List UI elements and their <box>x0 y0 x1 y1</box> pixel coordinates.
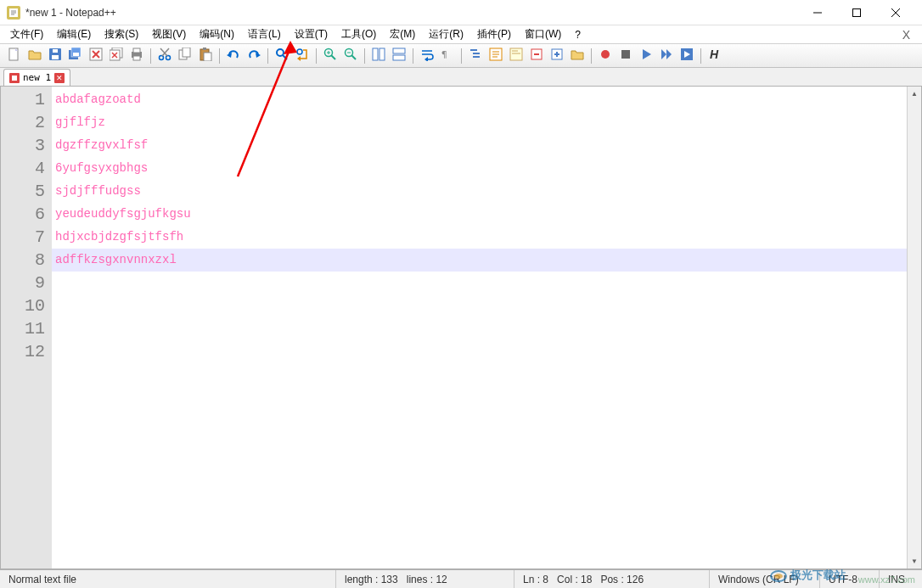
svg-marker-73 <box>643 49 651 59</box>
menu-view[interactable]: 视图(V) <box>145 25 193 43</box>
copy-button[interactable] <box>176 47 194 65</box>
cut-button[interactable] <box>155 47 174 65</box>
toolbar-separator <box>413 48 413 64</box>
sync-h-button[interactable] <box>390 47 408 65</box>
code-line[interactable]: hdjxcbjdzgfsjtfsfh <box>55 226 907 249</box>
svg-text:¶: ¶ <box>441 49 447 60</box>
maximize-button[interactable] <box>837 0 876 25</box>
close-button[interactable] <box>876 0 915 25</box>
svg-rect-50 <box>379 48 385 60</box>
toolbar-separator <box>316 48 317 64</box>
menu-encoding[interactable]: 编码(N) <box>193 25 241 43</box>
undo-button[interactable] <box>224 47 243 65</box>
line-number: 3 <box>1 134 45 157</box>
status-eol: Windows (CR LF) <box>710 570 820 588</box>
tabbar: new 1 ✕ <box>0 68 922 87</box>
cut-icon <box>158 48 171 64</box>
menu-run[interactable]: 运行(R) <box>422 25 470 43</box>
monitor-h-button[interactable]: H <box>706 47 724 65</box>
vertical-scrollbar[interactable]: ▲ ▼ <box>907 87 921 568</box>
status-filetype: Normal text file <box>0 570 336 588</box>
redo-button[interactable] <box>245 47 263 65</box>
svg-line-47 <box>351 55 356 59</box>
show-all-button[interactable]: ¶ <box>438 47 457 65</box>
toolbar-separator <box>591 48 592 64</box>
print-button[interactable] <box>127 47 146 65</box>
code-line[interactable]: yeudeuddyfsgjufkgsu <box>55 203 907 226</box>
menubar-close-icon[interactable]: X <box>894 28 919 42</box>
status-length: length : 133 <box>345 574 398 585</box>
svg-point-38 <box>277 49 284 56</box>
macro-stop-button[interactable] <box>616 47 635 65</box>
menu-tools[interactable]: 工具(O) <box>335 25 383 43</box>
macro-run-multi-button[interactable] <box>657 47 676 65</box>
save-all-button[interactable] <box>66 47 85 65</box>
menu-macro[interactable]: 宏(M) <box>383 25 422 43</box>
svg-rect-51 <box>393 48 405 53</box>
minimize-button[interactable] <box>798 0 837 25</box>
close-button[interactable] <box>87 47 105 65</box>
macro-record-icon <box>599 48 612 64</box>
zoom-in-button[interactable] <box>321 47 340 65</box>
paste-button[interactable] <box>196 47 215 65</box>
toolbar-separator <box>461 48 462 64</box>
status-lines: lines : 12 <box>407 574 447 585</box>
menu-edit[interactable]: 编辑(E) <box>50 25 98 43</box>
indent-guide-button[interactable] <box>466 47 485 65</box>
close-all-button[interactable] <box>107 47 126 65</box>
svg-line-43 <box>331 55 335 59</box>
svg-rect-63 <box>510 48 522 60</box>
macro-record-button[interactable] <box>596 47 615 65</box>
svg-rect-6 <box>853 8 861 16</box>
sync-v-button[interactable] <box>369 47 388 65</box>
scroll-down-icon[interactable]: ▼ <box>908 554 921 568</box>
sync-h-icon <box>392 48 406 64</box>
doc-map-button[interactable] <box>507 47 526 65</box>
code-line[interactable]: 6yufgsyxgbhgs <box>55 157 907 180</box>
code-line[interactable]: abdafagzoatd <box>55 88 907 111</box>
code-area[interactable]: abdafagzoatdgjflfjzdgzffzgvxlfsf6yufgsyx… <box>52 87 907 568</box>
menu-language[interactable]: 语言(L) <box>241 25 288 43</box>
replace-button[interactable] <box>293 47 312 65</box>
zoom-out-button[interactable] <box>341 47 360 65</box>
macro-play-button[interactable] <box>637 47 655 65</box>
svg-rect-25 <box>133 48 140 53</box>
code-line[interactable] <box>55 317 907 340</box>
monitor-h-icon: H <box>708 48 722 64</box>
close-icon <box>89 48 103 64</box>
line-number: 4 <box>1 157 45 180</box>
unfold-all-button[interactable] <box>548 47 566 65</box>
menu-plugins[interactable]: 插件(P) <box>470 25 518 43</box>
code-line[interactable] <box>55 340 907 363</box>
macro-save-button[interactable] <box>677 47 696 65</box>
scroll-up-icon[interactable]: ▲ <box>908 87 921 101</box>
folder-button[interactable] <box>568 47 587 65</box>
svg-rect-34 <box>203 48 206 50</box>
menu-help[interactable]: ? <box>568 27 587 42</box>
code-line[interactable]: sjdjfffudgss <box>55 180 907 203</box>
open-file-button[interactable] <box>25 47 44 65</box>
code-line[interactable]: dgzffzgvxlfsf <box>55 134 907 157</box>
undo-icon <box>227 48 240 64</box>
function-list-button[interactable] <box>486 47 505 65</box>
word-wrap-button[interactable] <box>418 47 436 65</box>
code-line[interactable] <box>55 294 907 317</box>
new-file-button[interactable] <box>5 47 24 65</box>
menu-search[interactable]: 搜索(S) <box>98 25 145 43</box>
menu-settings[interactable]: 设置(T) <box>288 25 335 43</box>
menu-window[interactable]: 窗口(W) <box>518 25 568 43</box>
menu-file[interactable]: 文件(F) <box>3 25 50 43</box>
code-line[interactable]: gjflfjz <box>55 111 907 134</box>
tab-new1[interactable]: new 1 ✕ <box>3 69 70 86</box>
save-button[interactable] <box>46 47 65 65</box>
tab-close-icon[interactable]: ✕ <box>54 73 65 83</box>
menubar: 文件(F) 编辑(E) 搜索(S) 视图(V) 编码(N) 语言(L) 设置(T… <box>0 25 922 44</box>
svg-rect-80 <box>12 76 17 81</box>
function-list-icon <box>489 48 503 64</box>
fold-all-button[interactable] <box>527 47 546 65</box>
code-line[interactable] <box>55 272 907 294</box>
find-button[interactable] <box>273 47 291 65</box>
doc-map-icon <box>509 48 523 64</box>
code-line[interactable]: adffkzsgxnvnnxzxl <box>55 249 907 272</box>
macro-save-icon <box>680 48 694 64</box>
